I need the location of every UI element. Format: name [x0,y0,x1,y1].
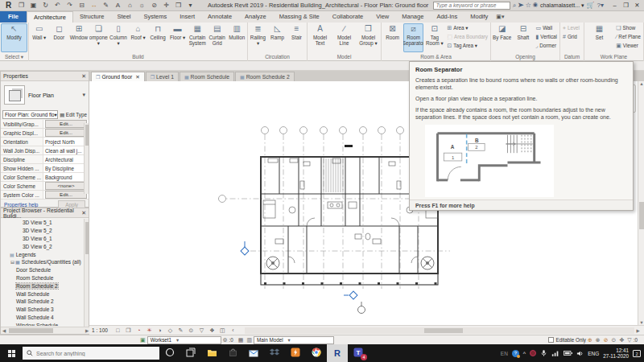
taskbar-app-chrome[interactable] [306,344,327,362]
canvas-hscrollbar[interactable] [245,327,634,334]
ribbon-tab-systems[interactable]: Systems [138,11,174,23]
user-avatar-icon[interactable]: ◉ [533,2,538,9]
property-edit-button[interactable]: <none> [45,182,87,190]
button-grid[interactable]: #Grid [561,32,581,41]
ribbon-tab-collaborate[interactable]: Collaborate [326,11,369,23]
button-curtain-system[interactable]: ▦Curtain System [188,23,207,52]
thin-lines-icon[interactable]: ✛ [160,0,172,11]
ribbon-tab-steel[interactable]: Steel [110,11,137,23]
detail-level-icon[interactable]: ❐ [123,327,134,334]
type-selector[interactable]: Floor Plan ▾ [1,81,89,109]
view-tab-room-schedule-2[interactable]: ▦Room Schedule 2 [235,72,295,81]
measure-icon[interactable]: ↔ [88,0,100,11]
button-viewer[interactable]: ▣Viewer [614,41,642,50]
ribbon-tab-view[interactable]: View [369,11,395,23]
property-value[interactable]: Project North [43,138,89,146]
tree-item-room-schedule[interactable]: Room Schedule [1,274,89,282]
property-edit-button[interactable]: Edit... [45,129,87,137]
sun-settings-icon[interactable]: ☼ [136,0,148,11]
property-value[interactable]: Edit... [43,191,89,199]
editable-only-checkbox[interactable] [548,337,554,343]
crop-view-icon[interactable]: ◑ [155,327,165,334]
select-pinned-icon[interactable]: ✥ [619,337,624,343]
edit-type-button[interactable]: ▤ Edit Type [60,112,87,117]
project-browser-close-icon[interactable]: ✕ [81,210,86,216]
button-room[interactable]: ⊠Room [382,23,402,52]
get-help-icon[interactable]: ? [512,350,519,357]
button-wall[interactable]: ▭Wall ▾ [30,23,49,52]
network-icon[interactable] [551,350,559,357]
ribbon-tab-annotate[interactable]: Annotate [201,11,238,23]
taskbar-app-revit[interactable]: R [327,344,348,362]
taskbar-app-mail[interactable] [243,344,264,362]
scale-button[interactable]: 1 : 100 [92,327,108,333]
expand-arrow-icon[interactable]: ‹ [228,327,238,334]
taskbar-app-task-view[interactable] [180,344,201,362]
tree-item-wall-schedule[interactable]: Wall Schedule [1,290,89,298]
button-shaft[interactable]: ⊟Shaft [513,23,533,52]
button-room-separator[interactable]: ⧄Room Separator [403,23,423,52]
design-options-pick-icon[interactable]: ▥ [246,337,252,343]
ribbon-tab-modify[interactable]: Modify [464,11,494,23]
ribbon-tab-insert[interactable]: Insert [173,11,201,23]
temporary-view-properties-icon[interactable]: ❖ [207,327,217,334]
button-model-line[interactable]: ∕Model Line [332,23,356,52]
exclude-options-icon[interactable]: ⊗ [596,337,601,343]
taskbar-search-input[interactable] [36,351,141,356]
help-icon[interactable]: ?▾ [597,2,604,9]
property-value[interactable]: Edit... [43,129,89,137]
button-wall[interactable]: ▭Wall [535,23,559,32]
ribbon-tab-structure[interactable]: Structure [73,11,110,23]
taskbar-app-teams[interactable]: T4 [348,344,369,362]
language-indicator[interactable]: ENG [588,351,599,356]
tree-item-legends[interactable]: ▤Legends [1,250,89,258]
redo-icon[interactable]: ↷ [64,0,76,11]
worksharing-display-icon[interactable]: ▽ [196,327,207,334]
property-value[interactable]: Architectural [43,155,89,163]
view-tab-close-icon[interactable]: ✕ [135,74,139,80]
property-value[interactable]: Edit... [43,120,89,128]
button-curtain-grid[interactable]: ▤Curtain Grid [208,23,227,52]
properties-close-icon[interactable]: ✕ [81,73,86,80]
select-underlay-icon[interactable]: ⊙ [612,337,617,343]
sun-path-off-icon[interactable]: ◔ [134,327,144,334]
instance-selector[interactable]: Floor Plan: Ground flo ▾ [2,110,58,119]
view-tab-room-schedule[interactable]: ▦Room Schedule [180,72,234,81]
button-model-text[interactable]: AModel Text [308,23,332,52]
restore-button[interactable]: ❐ [621,2,631,9]
workset-select[interactable]: Workset1 ▾ [147,336,221,344]
tree-item-schedules-quantities-all[interactable]: ⊟▦Schedules/Quantities (all) [1,258,89,266]
button-tag-room[interactable]: ⊡Tag Room ▾ [424,23,444,52]
ribbon-tab-architecture[interactable]: Architecture [27,11,73,23]
button-window[interactable]: ⊞Window [69,23,89,52]
view-tab-level-1[interactable]: ❐Level 1 [146,72,179,81]
button-by-face[interactable]: ◪By Face [492,23,512,52]
property-value[interactable]: <none> [43,182,89,190]
tree-item-door-schedule[interactable]: Door Schedule [1,266,89,274]
section-icon[interactable]: ⊘ [148,0,160,11]
open-icon[interactable]: ❐ [15,0,27,11]
button-show[interactable]: ❏Show [614,23,642,32]
switch-windows-icon[interactable]: ❒ [172,0,184,11]
microphone-icon[interactable] [540,349,547,357]
editable-elements-icon[interactable]: ⊚ [223,337,228,343]
tray-chevron-icon[interactable]: ^ [523,351,526,356]
press-drag-icon[interactable]: ⊕ [588,337,592,343]
help-search-input[interactable] [433,2,510,10]
save-icon[interactable]: ▣ [27,0,39,11]
button-ref-plane[interactable]: ∕Ref Plane [614,32,642,41]
tree-expander-icon[interactable]: ⊟ [10,259,15,265]
taskbar-app-dropbox[interactable] [264,344,285,362]
button-ceiling[interactable]: ⊓Ceiling [148,23,167,52]
constraints-icon[interactable]: ◫ [217,327,228,334]
tree-item-3d-view-5-2[interactable]: 3D View 5_2 [1,227,89,235]
button-vertical[interactable]: ▮Vertical [535,32,559,41]
button-dormer[interactable]: ◞Dormer [535,41,559,50]
tree-item-wall-schedule-2[interactable]: Wall Schedule 2 [1,298,89,306]
button-roof[interactable]: ⌂Roof ▾ [129,23,148,52]
property-value[interactable]: Clean all wall j... [43,146,89,154]
close-button[interactable]: ✕ [632,2,642,9]
browser-hscrollbar[interactable]: ◀ ▶ [1,327,90,334]
sync-with-central-icon[interactable]: ↻ [39,0,52,11]
tree-item-room-schedule-2[interactable]: Room Schedule 2 [1,282,89,290]
